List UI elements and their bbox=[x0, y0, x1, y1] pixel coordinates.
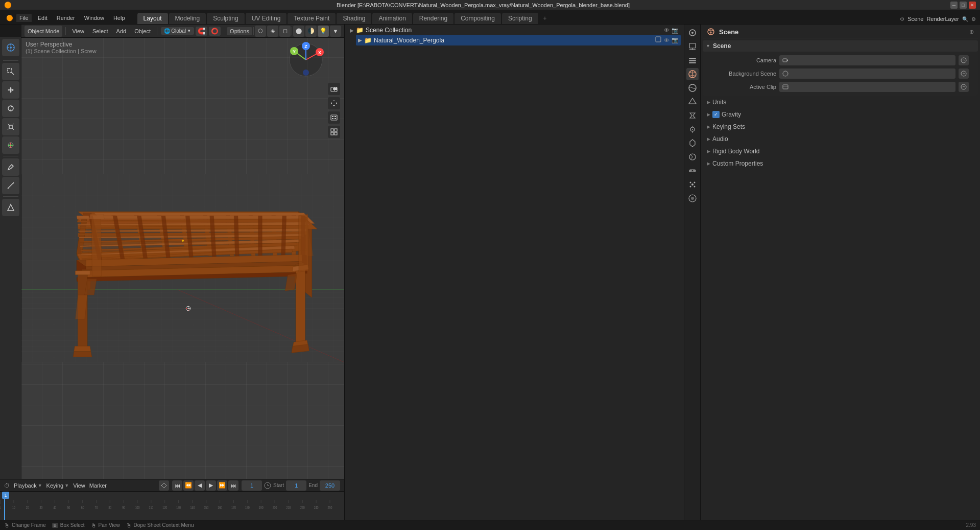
keying-sets-header[interactable]: ▶ Keying Sets bbox=[703, 121, 978, 132]
item-render-icon[interactable]: 📷 bbox=[672, 37, 679, 43]
wireframe-button[interactable]: ⬡ bbox=[255, 26, 266, 37]
xray-button[interactable]: ◻ bbox=[279, 26, 291, 37]
shading-settings-button[interactable]: ▼ bbox=[330, 26, 341, 37]
active-clip-browse-button[interactable] bbox=[959, 82, 969, 92]
add-menu-button[interactable]: Add bbox=[113, 27, 130, 35]
3d-viewport[interactable]: User Perspective (1) Scene Collection | … bbox=[21, 37, 344, 499]
active-tool-indicator[interactable] bbox=[2, 39, 19, 56]
tab-rendering[interactable]: Rendering bbox=[413, 13, 453, 24]
add-object-tool[interactable] bbox=[2, 199, 19, 216]
active-clip-value[interactable] bbox=[779, 82, 955, 92]
jump-to-end-button[interactable]: ⏭ bbox=[228, 480, 238, 491]
overlay-button[interactable]: ◈ bbox=[267, 26, 278, 37]
tab-modeling[interactable]: Modeling bbox=[169, 13, 206, 24]
rendered-shading-button[interactable]: 💡 bbox=[318, 26, 329, 37]
units-section-header[interactable]: ▶ Units bbox=[703, 97, 978, 108]
scene-collection-item[interactable]: ▶ 📁 Scene Collection 👁 📷 bbox=[348, 26, 681, 35]
select-box-tool[interactable] bbox=[2, 63, 19, 80]
shader-icon[interactable] bbox=[686, 192, 699, 204]
scene-properties-icon[interactable] bbox=[686, 68, 699, 80]
item-visibility-icon[interactable]: 👁 bbox=[664, 37, 670, 43]
background-scene-value[interactable] bbox=[779, 68, 955, 79]
scene-section-header[interactable]: ▼ Scene bbox=[703, 40, 978, 52]
camera-value[interactable] bbox=[779, 55, 955, 65]
visibility-icon[interactable]: 👁 bbox=[664, 27, 670, 33]
move-tool[interactable] bbox=[2, 81, 19, 99]
object-properties-icon[interactable] bbox=[686, 96, 699, 108]
add-workspace-button[interactable]: + bbox=[539, 13, 551, 24]
material-properties-icon[interactable] bbox=[686, 151, 699, 163]
play-backwards-button[interactable]: ◀ bbox=[195, 480, 205, 491]
tab-shading[interactable]: Shading bbox=[337, 13, 371, 24]
object-menu-button[interactable]: Object bbox=[131, 27, 154, 35]
marker-label[interactable]: Marker bbox=[89, 482, 107, 489]
keyframe-button[interactable] bbox=[159, 480, 169, 491]
proportional-edit-button[interactable]: ⭕ bbox=[209, 27, 221, 36]
tab-sculpting[interactable]: Sculpting bbox=[207, 13, 244, 24]
play-button[interactable]: ▶ bbox=[206, 480, 216, 491]
start-frame-input[interactable]: 1 bbox=[286, 480, 306, 491]
keying-dropdown[interactable]: Keying ▼ bbox=[46, 482, 69, 489]
renderlayer-selector[interactable]: RenderLayer bbox=[926, 16, 959, 22]
tab-uv-editing[interactable]: UV Editing bbox=[246, 13, 287, 24]
navigation-gizmo[interactable]: X Y Z bbox=[288, 42, 324, 78]
particles-icon[interactable] bbox=[686, 178, 699, 191]
playback-dropdown[interactable]: Playback ▼ bbox=[14, 482, 42, 489]
physics-properties-icon[interactable] bbox=[686, 123, 699, 135]
timeline-ruler[interactable]: 1 1 10 20 30 bbox=[0, 492, 344, 520]
snap-button[interactable]: 🧲 bbox=[196, 27, 207, 36]
natural-wooden-pergola-item[interactable]: ▶ 📁 Natural_Wooden_Pergola 👁 📷 bbox=[356, 35, 681, 45]
object-mode-dropdown[interactable]: Object Mode bbox=[25, 26, 62, 37]
next-frame-button[interactable]: ⏩ bbox=[217, 480, 227, 491]
rotate-tool[interactable] bbox=[2, 100, 19, 117]
blender-menu-item[interactable]: 🟠 bbox=[6, 15, 13, 21]
tab-texture-paint[interactable]: Texture Paint bbox=[288, 13, 336, 24]
modifier-properties-icon[interactable] bbox=[686, 109, 699, 122]
gravity-section-header[interactable]: ▶ ✓ Gravity bbox=[703, 109, 978, 120]
prev-frame-button[interactable]: ⏪ bbox=[183, 480, 194, 491]
tab-animation[interactable]: Animation bbox=[372, 13, 412, 24]
scene-selector[interactable]: Scene bbox=[907, 16, 923, 22]
background-scene-browse-button[interactable] bbox=[959, 68, 969, 79]
minimize-button[interactable]: ─ bbox=[950, 2, 958, 9]
measure-tool[interactable] bbox=[2, 177, 19, 194]
select-menu-button[interactable]: Select bbox=[89, 27, 111, 35]
film-icon[interactable] bbox=[328, 111, 340, 124]
rigid-body-world-header[interactable]: ▶ Rigid Body World bbox=[703, 146, 978, 157]
camera-icon[interactable] bbox=[328, 83, 340, 95]
view-layer-icon[interactable] bbox=[686, 54, 699, 66]
view-menu-button[interactable]: View bbox=[69, 27, 87, 35]
camera-browse-button[interactable] bbox=[959, 55, 969, 65]
jump-to-start-button[interactable]: ⏮ bbox=[172, 480, 182, 491]
help-menu-item[interactable]: Help bbox=[110, 14, 128, 22]
constraints-icon[interactable] bbox=[686, 165, 699, 177]
tab-compositing[interactable]: Compositing bbox=[455, 13, 501, 24]
render-menu-item[interactable]: Render bbox=[54, 14, 78, 22]
options-button[interactable]: Options bbox=[227, 27, 252, 35]
tab-scripting[interactable]: Scripting bbox=[502, 13, 538, 24]
transform-dropdown[interactable]: 🌐 Global ▼ bbox=[161, 27, 194, 35]
world-properties-icon[interactable] bbox=[686, 82, 699, 94]
transform-tool[interactable] bbox=[2, 136, 19, 154]
scale-tool[interactable] bbox=[2, 118, 19, 135]
output-properties-icon[interactable] bbox=[686, 40, 699, 53]
maximize-button[interactable]: □ bbox=[960, 2, 967, 9]
window-menu-item[interactable]: Window bbox=[81, 14, 107, 22]
material-preview-button[interactable]: 🌓 bbox=[305, 26, 317, 37]
object-data-icon[interactable] bbox=[686, 137, 699, 149]
current-frame-input[interactable]: 1 bbox=[242, 480, 262, 491]
solid-shading-button[interactable]: ⬤ bbox=[293, 26, 304, 37]
gravity-checkbox[interactable]: ✓ bbox=[712, 111, 720, 118]
render-visibility-icon[interactable]: 📷 bbox=[672, 27, 679, 34]
render-properties-icon[interactable] bbox=[686, 27, 699, 39]
file-menu-item[interactable]: File bbox=[16, 14, 32, 22]
timeline-view-label[interactable]: View bbox=[73, 482, 85, 489]
end-frame-input[interactable]: 250 bbox=[320, 480, 340, 491]
pan-icon[interactable] bbox=[328, 97, 340, 109]
tab-layout[interactable]: Layout bbox=[137, 13, 168, 24]
edit-menu-item[interactable]: Edit bbox=[35, 14, 51, 22]
properties-menu-button[interactable]: ⊕ bbox=[969, 29, 974, 35]
annotate-tool[interactable] bbox=[2, 158, 19, 176]
audio-section-header[interactable]: ▶ Audio bbox=[703, 133, 978, 145]
close-button[interactable]: ✕ bbox=[969, 2, 976, 9]
